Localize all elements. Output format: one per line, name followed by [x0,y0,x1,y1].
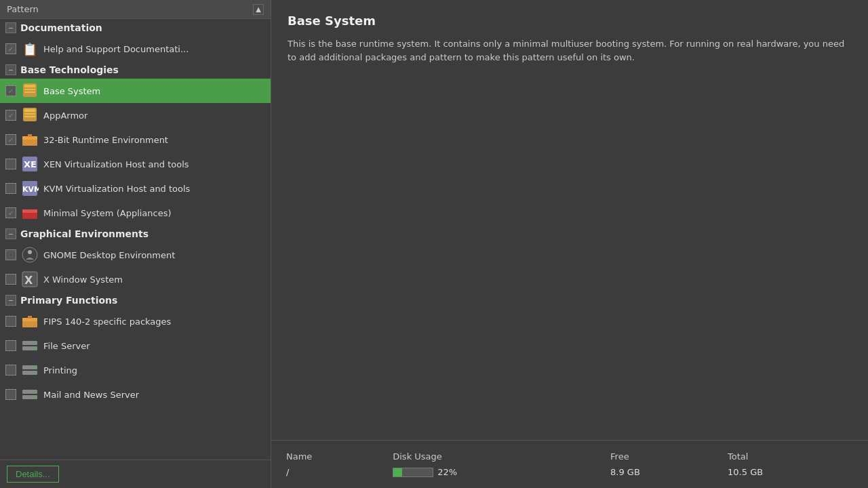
item-label-printing: Printing [43,365,77,375]
item-label-base-system: Base System [43,86,100,96]
svg-text:X: X [24,274,33,287]
disk-col-total: Total [724,449,857,464]
description-area: Base System This is the base runtime sys… [271,0,868,440]
svg-rect-6 [24,113,35,115]
list-item-mail-news[interactable]: Mail and News Server [0,382,271,407]
disk-table-row: / 22% 8.9 GB10.5 GB [282,464,857,480]
column-label: Pattern [7,4,39,14]
list-item-base-system[interactable]: Base System [0,79,271,103]
details-button[interactable]: Details... [7,466,59,483]
category-header-base-technologies[interactable]: − Base Technologies [0,61,271,79]
checkbox-base-system[interactable] [5,85,16,96]
svg-rect-1 [24,85,35,87]
icon-gnome [20,245,39,264]
list-item-help-support[interactable]: 📋Help and Support Documentati... [0,37,271,61]
item-label-mail-news: Mail and News Server [43,390,139,400]
list-item-gnome[interactable]: GNOME Desktop Environment [0,243,271,267]
category-label-primary-functions: Primary Functions [20,295,117,306]
svg-rect-10 [28,134,32,137]
panel-header: Pattern ▲ [0,0,271,19]
checkbox-x-window[interactable] [5,274,16,285]
svg-point-34 [34,391,36,393]
disk-total: 10.5 GB [724,464,857,480]
item-label-fips: FIPS 140-2 specific packages [43,317,171,327]
list-item-file-server[interactable]: File Server [0,333,271,358]
disk-free: 8.9 GB [606,464,724,480]
checkbox-help-support[interactable] [5,43,16,54]
svg-point-27 [34,348,36,350]
checkbox-xen[interactable] [5,159,16,169]
item-label-kvm: KVM Virtualization Host and tools [43,184,190,194]
progress-bar [393,468,433,477]
list-item-xen[interactable]: XEXEN Virtualization Host and tools [0,152,271,176]
svg-rect-7 [24,116,35,117]
list-item-x-window[interactable]: XX Window System [0,267,271,291]
collapse-btn-graphical-environments[interactable]: − [5,228,16,239]
icon-x: X [20,270,39,289]
list-item-minimal-appliances[interactable]: Minimal System (Appliances) [0,201,271,225]
icon-server [20,385,39,404]
disk-name: / [282,464,389,480]
category-label-base-technologies: Base Technologies [20,64,119,75]
description-title: Base System [288,14,852,28]
list-item-fips[interactable]: FIPS 140-2 specific packages [0,309,271,333]
icon-shield [20,106,39,125]
svg-rect-3 [24,92,35,93]
description-text: This is the base runtime system. It cont… [288,37,852,64]
checkbox-fips[interactable] [5,316,16,327]
checkbox-minimal-appliances[interactable] [5,207,16,218]
item-label-runtime-32bit: 32-Bit Runtime Environment [43,135,168,145]
category-header-graphical-environments[interactable]: − Graphical Environments [0,225,271,243]
item-label-minimal-appliances: Minimal System (Appliances) [43,208,172,218]
collapse-btn-base-technologies[interactable]: − [5,64,16,75]
svg-point-26 [34,342,36,344]
disk-col-disk-usage: Disk Usage [389,449,606,464]
category-label-documentation: Documentation [20,22,102,33]
svg-rect-5 [24,109,35,112]
right-panel: Base System This is the base runtime sys… [271,0,868,488]
checkbox-runtime-32bit[interactable] [5,134,16,145]
svg-text:XE: XE [24,159,37,169]
icon-docs: 📋 [20,39,39,58]
item-list: − Documentation 📋Help and Support Docume… [0,19,271,460]
checkbox-gnome[interactable] [5,249,16,260]
checkbox-file-server[interactable] [5,340,16,351]
category-label-graphical-environments: Graphical Environments [20,228,149,239]
item-label-help-support: Help and Support Documentati... [43,44,189,54]
icon-server [20,361,39,380]
list-item-apparmor[interactable]: AppArmor [0,103,271,127]
icon-kvm: KVM [20,179,39,198]
svg-point-18 [28,250,32,254]
svg-rect-16 [22,209,37,213]
usage-label: 22% [437,467,457,477]
item-label-apparmor: AppArmor [43,110,87,121]
main-layout: Pattern ▲ − Documentation 📋Help and Supp… [0,0,868,488]
svg-point-17 [22,247,37,262]
list-item-kvm[interactable]: KVMKVM Virtualization Host and tools [0,176,271,201]
item-label-gnome: GNOME Desktop Environment [43,250,175,260]
disk-col-free: Free [606,449,724,464]
checkbox-mail-news[interactable] [5,389,16,400]
list-item-printing[interactable]: Printing [0,358,271,382]
progress-fill [393,468,402,476]
item-label-x-window: X Window System [43,274,123,285]
category-header-documentation[interactable]: − Documentation [0,19,271,37]
scroll-up-button[interactable]: ▲ [253,4,264,15]
collapse-btn-primary-functions[interactable]: − [5,295,16,306]
icon-box [20,130,39,149]
collapse-btn-documentation[interactable]: − [5,22,16,33]
svg-point-30 [34,367,36,369]
bottom-bar: Details... [0,460,271,488]
checkbox-apparmor[interactable] [5,110,16,121]
icon-xen: XE [20,155,39,174]
svg-text:KVM: KVM [22,185,39,194]
icon-shield [20,81,39,100]
disk-col-name: Name [282,449,389,464]
checkbox-printing[interactable] [5,365,16,375]
svg-rect-23 [28,316,32,319]
checkbox-kvm[interactable] [5,183,16,194]
svg-point-35 [34,396,36,399]
svg-point-31 [34,372,36,374]
category-header-primary-functions[interactable]: − Primary Functions [0,291,271,309]
list-item-runtime-32bit[interactable]: 32-Bit Runtime Environment [0,127,271,152]
